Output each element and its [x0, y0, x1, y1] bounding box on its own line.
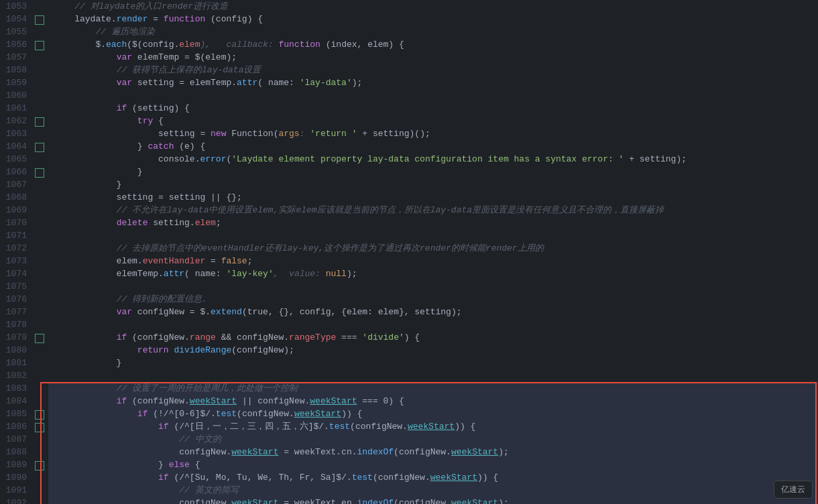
gutter-cell — [35, 267, 48, 280]
code-line: if (configNew.weekStart || configNew.wee… — [48, 395, 818, 407]
code-line: // 得到新的配置信息. — [48, 293, 818, 306]
code-line: setting = setting || {}; — [48, 191, 818, 204]
line-number: 1070 — [0, 216, 35, 229]
line-number: 1088 — [0, 446, 35, 458]
gutter-cell — [35, 229, 48, 242]
line-number: 1082 — [0, 369, 35, 382]
code-line: setting = new Function(args: 'return ' +… — [48, 127, 818, 140]
table-row: 1060 — [0, 89, 818, 102]
table-row: 1075 — [0, 280, 818, 293]
code-line: } else { — [48, 458, 818, 471]
gutter-cell — [35, 407, 48, 420]
code-line: try { — [48, 115, 818, 127]
line-number: 1058 — [0, 64, 35, 76]
line-number: 1092 — [0, 497, 35, 504]
gutter-cell — [35, 0, 48, 13]
table-row: 1091 // 英文的简写 — [0, 484, 818, 497]
table-row: 1085 if (!/^[0-6]$/.test(configNew.weekS… — [0, 407, 818, 420]
breakpoint-icon[interactable] — [35, 334, 44, 343]
breakpoint-icon[interactable] — [35, 117, 44, 127]
gutter-cell — [35, 242, 48, 255]
gutter-cell — [35, 255, 48, 267]
table-row: 1061 if (setting) { — [0, 102, 818, 115]
line-number: 1080 — [0, 344, 35, 357]
line-number: 1089 — [0, 458, 35, 471]
table-row: 1068 setting = setting || {}; — [0, 191, 818, 204]
code-line: } catch (e) { — [48, 140, 818, 153]
gutter-cell — [35, 357, 48, 369]
gutter-cell — [35, 13, 48, 25]
gutter-cell — [35, 331, 48, 344]
table-row: 1086 if (/^[日，一，二，三，四，五，六]$/.test(config… — [0, 420, 818, 433]
table-row: 1071 — [0, 229, 818, 242]
breakpoint-icon[interactable] — [35, 168, 44, 178]
table-row: 1058 // 获得节点上保存的lay-data设置 — [0, 64, 818, 76]
code-line: if (setting) { — [48, 102, 818, 115]
line-number: 1091 — [0, 484, 35, 497]
code-line — [48, 369, 818, 382]
line-number: 1054 — [0, 13, 35, 25]
line-number: 1076 — [0, 293, 35, 306]
line-number: 1064 — [0, 140, 35, 153]
code-line: // 去掉原始节点中的eventHandler还有lay-key,这个操作是为了… — [48, 242, 818, 255]
gutter-cell — [35, 51, 48, 64]
code-line: if (/^[日，一，二，三，四，五，六]$/.test(configNew.w… — [48, 420, 818, 433]
gutter-cell — [35, 471, 48, 484]
code-line: elem.eventHandler = false; — [48, 255, 818, 267]
code-scroll-area[interactable]: 1053 // 对laydate的入口render进行改造1054 laydat… — [0, 0, 818, 504]
table-row: 1056 $.each($(config.elem), callback: fu… — [0, 38, 818, 51]
line-number: 1086 — [0, 420, 35, 433]
gutter-cell — [35, 216, 48, 229]
line-number: 1084 — [0, 395, 35, 407]
line-number: 1078 — [0, 318, 35, 331]
gutter-cell — [35, 153, 48, 166]
table-row: 1073 elem.eventHandler = false; — [0, 255, 818, 267]
line-number: 1074 — [0, 267, 35, 280]
table-row: 1080 return divideRange(configNew); — [0, 344, 818, 357]
code-line — [48, 89, 818, 102]
table-row: 1066 } — [0, 166, 818, 178]
gutter-cell — [35, 166, 48, 178]
table-row: 1076 // 得到新的配置信息. — [0, 293, 818, 306]
line-number: 1067 — [0, 178, 35, 191]
line-number: 1069 — [0, 204, 35, 216]
gutter-cell — [35, 89, 48, 102]
breakpoint-icon[interactable] — [35, 15, 44, 25]
table-row: 1065 console.error('Laydate element prop… — [0, 153, 818, 166]
code-line: // 不允许在lay-data中使用设置elem,实际elem应该就是当前的节点… — [48, 204, 818, 216]
gutter-cell — [35, 484, 48, 497]
code-line: elemTemp.attr( name: 'lay-key', value: n… — [48, 267, 818, 280]
gutter-cell — [35, 382, 48, 395]
line-number: 1059 — [0, 76, 35, 89]
table-row: 1072 // 去掉原始节点中的eventHandler还有lay-key,这个… — [0, 242, 818, 255]
breakpoint-icon[interactable] — [35, 410, 44, 420]
line-number: 1081 — [0, 357, 35, 369]
code-line: } — [48, 178, 818, 191]
line-number: 1071 — [0, 229, 35, 242]
code-line: if (/^[Su, Mo, Tu, We, Th, Fr, Sa]$/.tes… — [48, 471, 818, 484]
table-row: 1084 if (configNew.weekStart || configNe… — [0, 395, 818, 407]
code-line: laydate.render = function (config) { — [48, 13, 818, 25]
gutter-cell — [35, 102, 48, 115]
table-row: 1063 setting = new Function(args: 'retur… — [0, 127, 818, 140]
table-row: 1089 } else { — [0, 458, 818, 471]
table-row: 1088 configNew.weekStart = weekText.cn.i… — [0, 446, 818, 458]
line-number: 1085 — [0, 407, 35, 420]
table-row: 1069 // 不允许在lay-data中使用设置elem,实际elem应该就是… — [0, 204, 818, 216]
code-line: if (configNew.range && configNew.rangeTy… — [48, 331, 818, 344]
gutter-cell — [35, 25, 48, 38]
code-line: $.each($(config.elem), callback: functio… — [48, 38, 818, 51]
line-number: 1079 — [0, 331, 35, 344]
line-number: 1057 — [0, 51, 35, 64]
gutter-cell — [35, 446, 48, 458]
code-editor: 1053 // 对laydate的入口render进行改造1054 laydat… — [0, 0, 818, 504]
table-row: 1092 configNew.weekStart = weekText.en.i… — [0, 497, 818, 504]
table-row: 1078 — [0, 318, 818, 331]
breakpoint-icon[interactable] — [35, 461, 44, 470]
gutter-cell — [35, 191, 48, 204]
code-line: // 遍历地渲染 — [48, 25, 818, 38]
breakpoint-icon[interactable] — [35, 423, 44, 432]
breakpoint-icon[interactable] — [35, 41, 44, 50]
breakpoint-icon[interactable] — [35, 143, 44, 152]
table-row: 1083 // 设置了一周的开始是周几，此处做一个控制 — [0, 382, 818, 395]
